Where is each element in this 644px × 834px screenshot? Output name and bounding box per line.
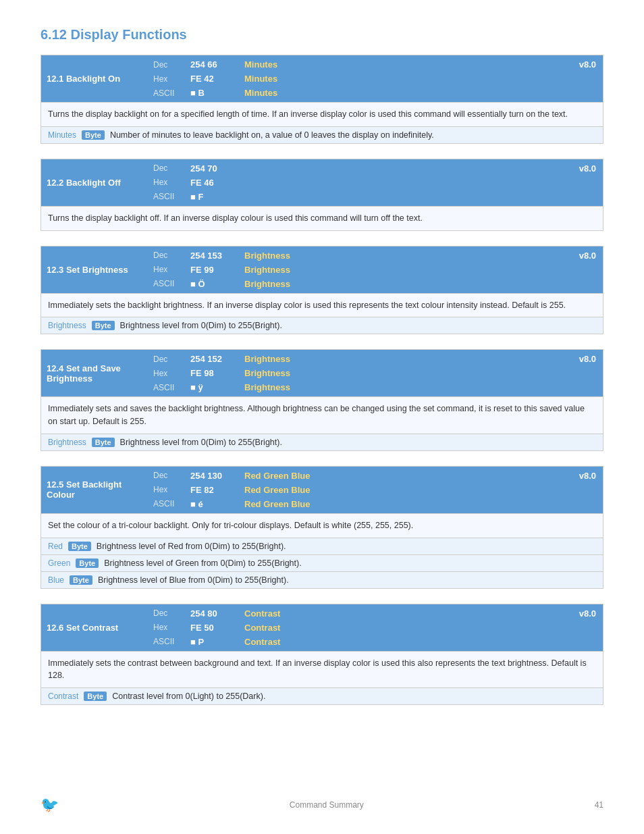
cmd-row-param: Brightness: [240, 380, 579, 396]
cmd-row-code: ■ P: [186, 635, 240, 651]
param-type: Byte: [82, 130, 105, 140]
cmd-title-12.3: 12.3 Set Brightness: [41, 246, 149, 293]
cmd-row-param: Contrast: [240, 621, 579, 635]
cmd-table-12.4: Dec254 152BrightnessHexFE 98BrightnessAS…: [149, 350, 579, 396]
command-block-12.6: 12.6 Set ContrastDec254 80ContrastHexFE …: [41, 604, 603, 706]
param-desc: Brightness level from 0(Dim) to 255(Brig…: [120, 321, 282, 330]
cmd-row-code: FE 99: [186, 263, 240, 277]
cmd-row-param: [240, 159, 579, 176]
cmd-row-label: Hex: [149, 72, 186, 86]
param-row: BlueByteBrightness level of Blue from 0(…: [41, 571, 603, 588]
param-desc: Contrast level from 0(Light) to 255(Dark…: [112, 692, 265, 701]
cmd-row-param: Red Green Blue: [240, 483, 579, 497]
cmd-desc-12.3: Immediately sets the backlight brightnes…: [41, 293, 603, 317]
cmd-desc-12.4: Immediately sets and saves the backlight…: [41, 396, 603, 434]
cmd-row-param: Minutes: [240, 86, 579, 102]
cmd-version-12.2: v8.0: [579, 159, 603, 206]
command-block-12.3: 12.3 Set BrightnessDec254 153BrightnessH…: [41, 246, 603, 335]
cmd-row-code: ■ é: [186, 497, 240, 513]
table-row: HexFE 98Brightness: [149, 366, 579, 380]
cmd-row-label: Hex: [149, 621, 186, 635]
command-block-12.4: 12.4 Set and Save BrightnessDec254 152Br…: [41, 349, 603, 451]
table-row: ASCII■ PContrast: [149, 635, 579, 651]
cmd-title-12.1: 12.1 Backlight On: [41, 55, 149, 102]
cmd-row-param: Brightness: [240, 246, 579, 263]
table-row: HexFE 42Minutes: [149, 72, 579, 86]
cmd-row-code: ■ B: [186, 86, 240, 102]
cmd-version-12.4: v8.0: [579, 350, 603, 396]
cmd-row-code: FE 82: [186, 483, 240, 497]
commands-container: 12.1 Backlight OnDec254 66MinutesHexFE 4…: [41, 55, 603, 705]
param-row: BrightnessByteBrightness level from 0(Di…: [41, 434, 603, 450]
param-name: Green: [48, 558, 70, 568]
param-type: Byte: [68, 542, 91, 551]
param-row: RedByteBrightness level of Red from 0(Di…: [41, 538, 603, 554]
cmd-row-label: Hex: [149, 176, 186, 190]
cmd-version-12.6: v8.0: [579, 604, 603, 651]
param-row: GreenByteBrightness level of Green from …: [41, 554, 603, 571]
cmd-row-code: FE 46: [186, 176, 240, 190]
cmd-row-label: Dec: [149, 604, 186, 621]
cmd-version-12.1: v8.0: [579, 55, 603, 102]
table-row: Dec254 130Red Green Blue: [149, 467, 579, 483]
cmd-row-label: ASCII: [149, 380, 186, 396]
param-name: Blue: [48, 575, 64, 585]
param-row: MinutesByteNumber of minutes to leave ba…: [41, 126, 603, 143]
cmd-row-code: 254 152: [186, 350, 240, 366]
cmd-title-12.6: 12.6 Set Contrast: [41, 604, 149, 651]
table-row: Dec254 152Brightness: [149, 350, 579, 366]
cmd-row-code: 254 70: [186, 159, 240, 176]
cmd-row-label: Dec: [149, 55, 186, 72]
cmd-row-param: Minutes: [240, 55, 579, 72]
cmd-title-12.2: 12.2 Backlight Off: [41, 159, 149, 206]
table-row: Dec254 80Contrast: [149, 604, 579, 621]
cmd-row-param: Red Green Blue: [240, 467, 579, 483]
param-row: BrightnessByteBrightness level from 0(Di…: [41, 317, 603, 334]
cmd-row-param: Minutes: [240, 72, 579, 86]
table-row: Dec254 153Brightness: [149, 246, 579, 263]
command-block-12.2: 12.2 Backlight OffDec254 70HexFE 46ASCII…: [41, 159, 603, 231]
cmd-row-code: FE 50: [186, 621, 240, 635]
cmd-desc-12.1: Turns the display backlight on for a spe…: [41, 102, 603, 126]
param-row: ContrastByteContrast level from 0(Light)…: [41, 687, 603, 704]
cmd-row-label: Dec: [149, 246, 186, 263]
cmd-row-label: ASCII: [149, 635, 186, 651]
cmd-desc-12.2: Turns the display backlight off. If an i…: [41, 206, 603, 230]
param-desc: Brightness level from 0(Dim) to 255(Brig…: [120, 438, 282, 447]
param-name: Contrast: [48, 692, 78, 701]
footer-text: Command Summary: [290, 800, 364, 810]
table-row: Dec254 66Minutes: [149, 55, 579, 72]
table-row: ASCII■ ÖBrightness: [149, 277, 579, 293]
page-title: 6.12 Display Functions: [41, 27, 603, 43]
param-desc: Brightness level of Red from 0(Dim) to 2…: [97, 542, 286, 551]
param-name: Red: [48, 542, 63, 551]
cmd-row-code: FE 98: [186, 366, 240, 380]
cmd-row-label: ASCII: [149, 497, 186, 513]
footer-page: 41: [595, 800, 603, 810]
cmd-row-param: Brightness: [240, 263, 579, 277]
cmd-row-param: Red Green Blue: [240, 497, 579, 513]
cmd-table-12.5: Dec254 130Red Green BlueHexFE 82Red Gree…: [149, 467, 579, 513]
param-type: Byte: [76, 558, 99, 568]
cmd-row-label: Dec: [149, 159, 186, 176]
cmd-title-12.5: 12.5 Set Backlight Colour: [41, 467, 149, 513]
footer: 🐦 Command Summary 41: [0, 796, 644, 814]
cmd-desc-12.6: Immediately sets the contrast between ba…: [41, 651, 603, 688]
table-row: ASCII■ éRed Green Blue: [149, 497, 579, 513]
table-row: HexFE 50Contrast: [149, 621, 579, 635]
cmd-row-label: Dec: [149, 350, 186, 366]
cmd-row-label: ASCII: [149, 86, 186, 102]
command-block-12.1: 12.1 Backlight OnDec254 66MinutesHexFE 4…: [41, 55, 603, 144]
cmd-version-12.5: v8.0: [579, 467, 603, 513]
cmd-row-label: ASCII: [149, 277, 186, 293]
cmd-table-12.2: Dec254 70HexFE 46ASCII■ F: [149, 159, 579, 206]
cmd-row-param: Contrast: [240, 604, 579, 621]
param-type: Byte: [84, 692, 107, 701]
cmd-row-param: Brightness: [240, 277, 579, 293]
cmd-desc-12.5: Set the colour of a tri-colour backlight…: [41, 513, 603, 538]
cmd-row-code: 254 66: [186, 55, 240, 72]
table-row: ASCII■ ÿBrightness: [149, 380, 579, 396]
param-name: Brightness: [48, 438, 86, 447]
param-type: Byte: [70, 575, 92, 585]
table-row: HexFE 99Brightness: [149, 263, 579, 277]
